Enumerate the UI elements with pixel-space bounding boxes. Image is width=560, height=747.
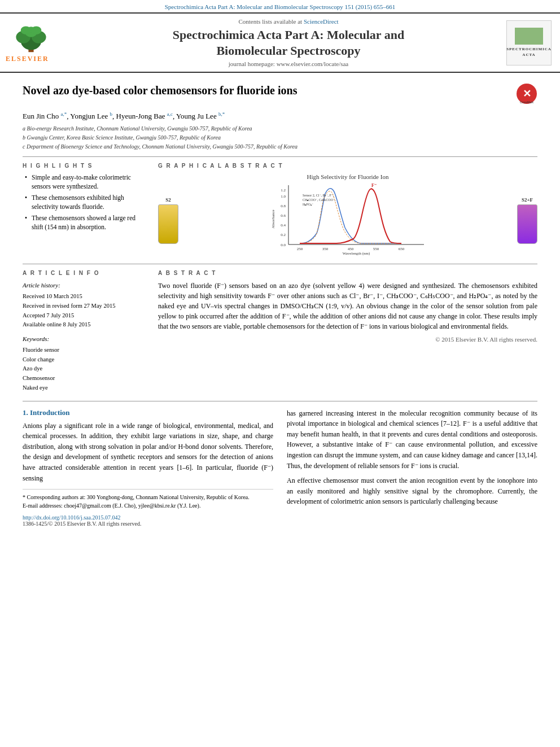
svg-text:1.2: 1.2 (281, 188, 286, 193)
journal-header: ELSEVIER Contents lists available at Sci… (0, 12, 560, 73)
divider-2 (23, 264, 537, 264)
journal-logo-box: SPECTROCHIMICAACTA (506, 20, 552, 65)
graphical-abstract-label: G R A P H I C A L A B S T R A C T (158, 163, 537, 169)
logo-text: SPECTROCHIMICAACTA (506, 47, 552, 57)
svg-text:Wavelength (nm): Wavelength (nm) (343, 251, 370, 256)
affiliation-c: c Department of Bioenergy Science and Te… (23, 142, 537, 151)
svg-text:✕: ✕ (523, 88, 531, 99)
elsevier-logo: ELSEVIER (6, 23, 56, 63)
keyword-1: Fluoride sensor (23, 346, 147, 355)
doi-line2: 1386-1425/© 2015 Elsevier B.V. All right… (23, 521, 273, 527)
doi-line1[interactable]: http://dx.doi.org/10.1016/j.saa.2015.07.… (23, 514, 273, 521)
article-info: A R T I C L E I N F O Article history: R… (23, 270, 147, 392)
highlight-item-3: These chemosensors showed a large red sh… (25, 214, 147, 231)
svg-text:0.4: 0.4 (281, 223, 286, 228)
keywords-section: Keywords: Fluoride sensor Color change A… (23, 334, 147, 393)
affiliation-b: b Gwangju Center, Korea Basic Science In… (23, 133, 537, 142)
main-body: 1. Introduction Anions play a significan… (23, 408, 537, 527)
graph-title: High Selectivity for Fluoride Ion (158, 173, 537, 180)
divider-1 (23, 156, 537, 157)
accepted-date: Accepted 7 July 2015 (23, 311, 147, 321)
svg-text:F⁻: F⁻ (371, 183, 377, 188)
abstract-section: A B S T R A C T Two novel fluoride (F⁻) … (158, 270, 537, 392)
article-history: Article history: Received 10 March 2015 … (23, 281, 147, 330)
sciencedirect-line: Contents lists available at ScienceDirec… (79, 18, 498, 25)
vial-right: S2+F (517, 197, 537, 244)
journal-title-area: Contents lists available at ScienceDirec… (79, 18, 498, 67)
intro-heading: 1. Introduction (23, 408, 273, 417)
journal-title: Spectrochimica Acta Part A: Molecular an… (79, 27, 498, 58)
email-text: E-mail addresses: choej47@gmail.com (E.J… (23, 503, 200, 509)
keywords-title: Keywords: (23, 334, 147, 344)
svg-text:0.8: 0.8 (281, 204, 286, 208)
svg-text:550: 550 (373, 247, 379, 251)
keyword-3: Azo dye (23, 364, 147, 374)
svg-text:CH₃COO⁻, C₆H₅COO⁻,: CH₃COO⁻, C₆H₅COO⁻, (303, 198, 336, 202)
svg-text:0.6: 0.6 (281, 213, 286, 218)
doi-section: http://dx.doi.org/10.1016/j.saa.2015.07.… (23, 514, 273, 527)
svg-text:450: 450 (348, 247, 354, 251)
intro-paragraph-1: Anions play a significant role in a wide… (23, 421, 273, 484)
contents-text: Contents lists available at (238, 18, 302, 25)
affiliations: a Bio-energy Research Institute, Chonnam… (23, 124, 537, 151)
copyright-line: © 2015 Elsevier B.V. All rights reserved… (158, 336, 537, 343)
keyword-4: Chemosensor (23, 374, 147, 383)
chart-wrapper: 0.0 0.2 0.4 0.6 0.8 1.0 1.2 250 350 450 … (183, 182, 513, 258)
elsevier-brand-text: ELSEVIER (6, 55, 49, 63)
body-left-col: 1. Introduction Anions play a significan… (23, 408, 273, 527)
svg-text:0.2: 0.2 (281, 233, 286, 237)
journal-logo-area: SPECTROCHIMICAACTA (504, 18, 554, 67)
history-title: Article history: (23, 281, 147, 291)
journal-homepage: journal homepage: www.elsevier.com/locat… (79, 60, 498, 67)
footnote-section: * Corresponding authors at: 300 Yongbong… (23, 489, 273, 510)
journal-title-line1: Spectrochimica Acta Part A: Molecular an… (173, 28, 404, 42)
article-info-label: A R T I C L E I N F O (23, 270, 147, 276)
highlight-item-2: These chemosensors exhibited high select… (25, 194, 147, 211)
intro-paragraph-3: An effective chemosensor must convert th… (287, 475, 537, 507)
svg-point-6 (31, 26, 41, 34)
journal-title-line2: Biomolecular Spectroscopy (216, 43, 360, 58)
abstract-label: A B S T R A C T (158, 270, 537, 276)
journal-ref-text: Spectrochimica Acta Part A: Molecular an… (165, 3, 396, 10)
corresponding-footnote: * Corresponding authors at: 300 Yongbong… (23, 493, 273, 501)
svg-text:H₂PO₄⁻: H₂PO₄⁻ (303, 203, 313, 206)
authors: Eun Jin Cho a,*, Yongjun Lee b, Hyeun-Jo… (23, 111, 537, 121)
highlight-item-1: Simple and easy-to-make colorimetric sen… (25, 173, 147, 191)
svg-text:1.0: 1.0 (281, 194, 286, 199)
highlights-section: H I G H L I G H T S Simple and easy-to-m… (23, 163, 147, 258)
paper-title: Novel azo dye-based color chemosensors f… (23, 83, 297, 98)
svg-text:Sensor 2, Cl⁻, Br⁻, F⁻,: Sensor 2, Cl⁻, Br⁻, F⁻, (303, 194, 334, 197)
svg-text:CrossMark: CrossMark (520, 101, 534, 104)
vial-right-visual (517, 204, 537, 244)
highlights-label: H I G H L I G H T S (23, 163, 147, 169)
absorbance-chart: 0.0 0.2 0.4 0.6 0.8 1.0 1.2 250 350 450 … (183, 182, 513, 256)
available-date: Available online 8 July 2015 (23, 320, 147, 330)
sciencedirect-link[interactable]: ScienceDirect (304, 18, 339, 25)
intro-paragraph-2: has garnered increasing interest in the … (287, 408, 537, 471)
svg-text:350: 350 (322, 247, 329, 251)
abstract-text: Two novel fluoride (F⁻) sensors based on… (158, 281, 537, 331)
highlights-list: Simple and easy-to-make colorimetric sen… (23, 173, 147, 231)
vial-left-visual (158, 204, 178, 244)
vial-right-label: S2+F (522, 197, 533, 203)
highlights-graphical-section: H I G H L I G H T S Simple and easy-to-m… (23, 163, 537, 258)
elsevier-tree-icon (6, 23, 56, 54)
journal-reference: Spectrochimica Acta Part A: Molecular an… (0, 0, 560, 12)
vial-left-label: S2 (165, 197, 171, 203)
body-right-col: has garnered increasing interest in the … (287, 408, 537, 527)
email-footnote: E-mail addresses: choej47@gmail.com (E.J… (23, 501, 273, 510)
crossmark-icon: ✕ CrossMark (516, 83, 537, 107)
svg-text:0.0: 0.0 (281, 243, 286, 247)
graph-container: S2 0.0 0.2 0.4 0.6 0.8 1.0 (158, 182, 537, 258)
paper-body: Novel azo dye-based color chemosensors f… (0, 73, 560, 538)
logo-green-block (515, 28, 543, 45)
vial-left: S2 (158, 197, 178, 244)
svg-point-5 (21, 26, 31, 34)
svg-text:650: 650 (399, 247, 405, 251)
affiliation-a: a Bio-energy Research Institute, Chonnam… (23, 124, 537, 133)
svg-text:Absorbance: Absorbance (271, 210, 275, 229)
revised-date: Received in revised form 27 May 2015 (23, 302, 147, 311)
article-info-abstract-section: A R T I C L E I N F O Article history: R… (23, 270, 537, 392)
elsevier-logo-area: ELSEVIER (6, 18, 73, 67)
graphical-abstract-section: G R A P H I C A L A B S T R A C T High S… (158, 163, 537, 258)
